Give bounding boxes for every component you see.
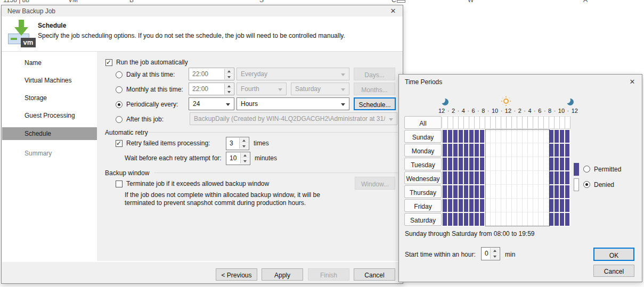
permitted-cell[interactable] (443, 185, 448, 199)
denied-cell[interactable] (512, 185, 517, 199)
sidebar-item-storage[interactable]: Storage (2, 92, 97, 104)
retry-checkbox[interactable] (116, 140, 123, 147)
permitted-cell[interactable] (565, 199, 570, 212)
day-button-monday[interactable]: Monday (404, 144, 442, 157)
permitted-cell[interactable] (469, 199, 475, 212)
permitted-cell[interactable] (464, 171, 469, 185)
monthly-time-input[interactable]: 22:00 (189, 83, 234, 95)
denied-cell[interactable] (528, 199, 533, 212)
denied-cell[interactable] (501, 129, 507, 143)
denied-cell[interactable] (544, 171, 549, 185)
run-automatically-checkbox[interactable] (105, 59, 112, 66)
denied-cell[interactable] (533, 157, 539, 171)
denied-cell[interactable] (523, 143, 528, 157)
spin-up-icon[interactable] (225, 84, 233, 89)
permitted-cell[interactable] (475, 185, 480, 199)
denied-cell[interactable] (533, 171, 539, 185)
permitted-cell[interactable] (453, 185, 459, 199)
start-time-input[interactable]: 0 (481, 247, 500, 260)
denied-cell[interactable] (517, 129, 523, 143)
after-job-radio[interactable] (116, 116, 123, 123)
permitted-cell[interactable] (443, 129, 448, 143)
denied-cell[interactable] (496, 199, 501, 212)
permitted-cell[interactable] (459, 185, 464, 199)
day-button-sunday[interactable]: Sunday (404, 130, 442, 143)
permitted-cell[interactable] (555, 212, 560, 226)
tick-cell[interactable] (453, 116, 459, 129)
day-button-thursday[interactable]: Thursday (404, 185, 442, 198)
tick-cell[interactable] (469, 116, 475, 129)
permitted-cell[interactable] (565, 157, 570, 171)
sidebar-item-name[interactable]: Name (2, 56, 97, 69)
denied-cell[interactable] (539, 171, 544, 185)
permitted-cell[interactable] (469, 129, 475, 143)
denied-cell[interactable] (539, 157, 544, 171)
permitted-cell[interactable] (475, 212, 480, 226)
permitted-cell[interactable] (448, 143, 453, 157)
periodic-value-select[interactable]: 24 (189, 97, 234, 110)
denied-cell[interactable] (523, 212, 528, 226)
permitted-cell[interactable] (453, 143, 459, 157)
permitted-cell[interactable] (464, 129, 469, 143)
tick-cell[interactable] (485, 116, 491, 129)
denied-cell[interactable] (528, 143, 533, 157)
denied-cell[interactable] (517, 157, 523, 171)
denied-cell[interactable] (496, 143, 501, 157)
spin-down-icon[interactable] (240, 144, 248, 149)
denied-cell[interactable] (507, 157, 512, 171)
permitted-radio[interactable] (583, 166, 590, 173)
permitted-cell[interactable] (560, 157, 565, 171)
tick-cell[interactable] (544, 116, 549, 129)
permitted-cell[interactable] (475, 171, 480, 185)
permitted-cell[interactable] (443, 157, 448, 171)
denied-cell[interactable] (517, 199, 523, 212)
permitted-cell[interactable] (480, 143, 485, 157)
denied-cell[interactable] (501, 157, 507, 171)
permitted-cell[interactable] (459, 157, 464, 171)
tick-cell[interactable] (459, 116, 464, 129)
permitted-cell[interactable] (555, 185, 560, 199)
tick-cell[interactable] (443, 116, 448, 129)
permitted-cell[interactable] (448, 185, 453, 199)
monthly-radio[interactable] (116, 86, 123, 93)
permitted-cell[interactable] (459, 212, 464, 226)
permitted-cell[interactable] (555, 143, 560, 157)
denied-cell[interactable] (528, 212, 533, 226)
previous-button[interactable]: < Previous (216, 268, 257, 281)
denied-cell[interactable] (533, 185, 539, 199)
permitted-cell[interactable] (475, 157, 480, 171)
tick-cell[interactable] (496, 116, 501, 129)
denied-cell[interactable] (544, 157, 549, 171)
permitted-cell[interactable] (469, 171, 475, 185)
spin-down-icon[interactable] (225, 75, 233, 80)
spin-up-icon[interactable] (241, 153, 249, 158)
permitted-cell[interactable] (560, 129, 565, 143)
permitted-cell[interactable] (480, 171, 485, 185)
sidebar-item-schedule[interactable]: Schedule (2, 127, 97, 140)
denied-cell[interactable] (512, 143, 517, 157)
close-icon[interactable]: ✕ (389, 7, 397, 15)
denied-cell[interactable] (523, 199, 528, 212)
day-button-friday[interactable]: Friday (404, 199, 442, 212)
permitted-cell[interactable] (459, 199, 464, 212)
permitted-cell[interactable] (560, 185, 565, 199)
permitted-cell[interactable] (565, 143, 570, 157)
denied-cell[interactable] (533, 212, 539, 226)
permitted-cell[interactable] (453, 129, 459, 143)
denied-cell[interactable] (485, 171, 491, 185)
tick-cell[interactable] (533, 116, 539, 129)
permitted-cell[interactable] (448, 129, 453, 143)
sidebar-item-summary[interactable]: Summary (2, 147, 97, 160)
permitted-cell[interactable] (464, 185, 469, 199)
permitted-cell[interactable] (453, 157, 459, 171)
permitted-cell[interactable] (480, 199, 485, 212)
tick-cell[interactable] (539, 116, 544, 129)
denied-cell[interactable] (501, 171, 507, 185)
permitted-cell[interactable] (469, 212, 475, 226)
tick-cell[interactable] (555, 116, 560, 129)
permitted-cell[interactable] (464, 199, 469, 212)
denied-cell[interactable] (539, 129, 544, 143)
close-icon[interactable]: ✕ (628, 78, 637, 86)
day-button-wednesday[interactable]: Wednesday (404, 171, 442, 184)
denied-cell[interactable] (496, 185, 501, 199)
